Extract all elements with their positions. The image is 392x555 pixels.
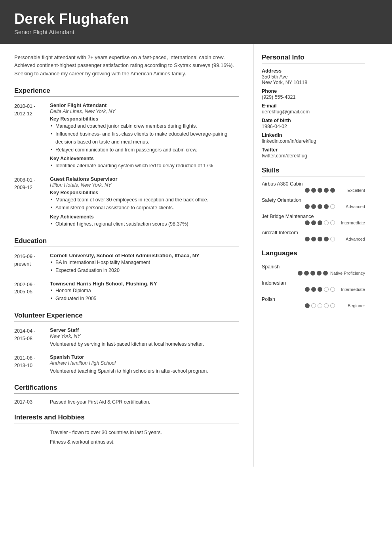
skill-name: Jet Bridge Maintenance (262, 214, 365, 219)
exp1-title: Senior Flight Attendant (50, 102, 239, 108)
exp2-content: Guest Relations Supervisor Hilton Hotels… (50, 176, 239, 228)
skill-level: Intermediate (337, 220, 365, 225)
skill-level: Advanced (337, 237, 365, 241)
skill-dot (311, 237, 316, 241)
vol1-subtitle: New York, NY (50, 333, 239, 339)
exp1-resp-heading: Key Responsibilities (50, 116, 239, 122)
info-value: 350 5th AveNew York, NY 10118 (262, 74, 365, 85)
list-item: Expected Graduation in 2020 (50, 267, 239, 274)
skill-dots (305, 188, 335, 193)
exp2-subtitle: Hilton Hotels, New York, NY (50, 182, 239, 188)
volunteer-entry-1: 2014-04 - 2015-08 Server Staff New York,… (14, 327, 239, 348)
vol2-dates: 2011-08 - 2013-10 (14, 354, 50, 375)
skill-dot (318, 220, 322, 225)
language-dot (305, 287, 310, 292)
language-dot (324, 287, 329, 292)
skill-bar-row: Advanced (262, 237, 365, 241)
experience-section: Experience 2010-01 - 2012-12 Senior Flig… (14, 87, 239, 228)
language-dot (318, 303, 322, 308)
header: Derek Flughafen Senior Flight Attendant (0, 0, 392, 44)
skill-item: Safety OrientationAdvanced (262, 197, 365, 209)
experience-entry-1: 2010-01 - 2012-12 Senior Flight Attendan… (14, 102, 239, 170)
cert1-text: Passed five-year First Aid & CPR certifi… (50, 399, 239, 405)
summary-text: Personable flight attendant with 2+ year… (14, 54, 239, 78)
certifications-section: Certifications 2017-03 Passed five-year … (14, 384, 239, 405)
language-dots (305, 287, 335, 292)
interest-2: Fitness & workout enthusiast. (14, 438, 239, 446)
skill-dot (318, 237, 322, 241)
list-item: BA in International Hospitality Manageme… (50, 259, 239, 266)
skill-bar-row: Intermediate (262, 220, 365, 225)
info-value: derekflug@gmail.com (262, 109, 365, 115)
skill-dot (330, 204, 335, 209)
skill-dots (305, 237, 335, 241)
language-bar-row: Intermediate (262, 287, 365, 292)
interests-section: Interests and Hobbies Traveler - flown t… (14, 413, 239, 446)
skill-dot (324, 204, 329, 209)
languages-list: SpanishNative ProficiencyIndonesianInter… (262, 264, 365, 308)
skill-name: Airbus A380 Cabin (262, 181, 365, 187)
left-column: Personable flight attendant with 2+ year… (0, 44, 253, 467)
skill-dots (305, 220, 335, 225)
edu1-dates: 2016-09 - present (14, 253, 50, 275)
list-item: Managed team of over 30 employees in rec… (50, 196, 239, 204)
language-level: Intermediate (337, 287, 365, 292)
vol1-dates: 2014-04 - 2015-08 (14, 327, 50, 348)
edu1-title: Cornell University, School of Hotel Admi… (50, 253, 239, 258)
language-level: Beginner (337, 303, 365, 308)
volunteer-entry-2: 2011-08 - 2013-10 Spanish Tutor Andrew H… (14, 354, 239, 375)
skill-bar-row: Advanced (262, 204, 365, 209)
exp1-achievements: Identified alternate boarding system whi… (50, 162, 239, 170)
skill-dot (305, 188, 310, 193)
education-entry-2: 2002-09 - 2005-05 Townsend Harris High S… (14, 281, 239, 303)
language-name: Spanish (262, 264, 365, 270)
languages-heading: Languages (262, 249, 365, 259)
info-label: Twitter (262, 147, 365, 153)
exp1-subtitle: Delta Air Lines, New York, NY (50, 109, 239, 114)
cert1-date: 2017-03 (14, 399, 50, 405)
info-value: 1986-04-02 (262, 124, 365, 129)
skills-list: Airbus A380 CabinExcellentSafety Orienta… (262, 181, 365, 241)
vol2-content: Spanish Tutor Andrew Hamilton High Schoo… (50, 354, 239, 375)
language-item: IndonesianIntermediate (262, 280, 365, 292)
info-label: Date of birth (262, 118, 365, 123)
edu2-title: Townsend Harris High School, Flushing, N… (50, 281, 239, 287)
exp2-dates: 2008-01 - 2009-12 (14, 176, 50, 228)
language-dot (311, 287, 316, 292)
vol2-subtitle: Andrew Hamilton High School (50, 360, 239, 366)
language-dot (318, 287, 322, 292)
interests-heading: Interests and Hobbies (14, 413, 239, 423)
volunteer-section: Volunteer Experience 2014-04 - 2015-08 S… (14, 312, 239, 375)
skill-dot (311, 188, 316, 193)
body-content: Personable flight attendant with 2+ year… (0, 44, 392, 467)
list-item: Identified alternate boarding system whi… (50, 162, 239, 170)
edu1-items: BA in International Hospitality Manageme… (50, 259, 239, 275)
language-dot (323, 271, 328, 276)
skill-dot (305, 237, 310, 241)
language-dot (298, 271, 303, 276)
exp2-responsibilities: Managed team of over 30 employees in rec… (50, 196, 239, 212)
language-dot (304, 271, 309, 276)
skill-name: Aircraft Intercom (262, 230, 365, 235)
language-dots (305, 303, 335, 308)
language-dot (305, 303, 310, 308)
language-dot (330, 287, 335, 292)
list-item: Graduated in 2005 (50, 295, 239, 302)
skill-dot (330, 237, 335, 241)
exp2-resp-heading: Key Responsibilities (50, 190, 239, 195)
language-dot (311, 303, 316, 308)
skills-section: Skills Airbus A380 CabinExcellentSafety … (262, 166, 365, 241)
info-label: Phone (262, 88, 365, 94)
vol2-title: Spanish Tutor (50, 354, 239, 360)
exp1-content: Senior Flight Attendant Delta Air Lines,… (50, 102, 239, 170)
list-item: Influenced business- and first-class cli… (50, 130, 239, 146)
language-bar-row: Native Proficiency (262, 271, 365, 276)
volunteer-heading: Volunteer Experience (14, 312, 239, 322)
edu2-content: Townsend Harris High School, Flushing, N… (50, 281, 239, 303)
language-dot (310, 271, 315, 276)
exp1-dates: 2010-01 - 2012-12 (14, 102, 50, 170)
skill-level: Advanced (337, 204, 365, 209)
info-value: (929) 555-4321 (262, 94, 365, 100)
personal-info-section: Personal Info Address350 5th AveNew York… (262, 54, 365, 159)
skills-heading: Skills (262, 166, 365, 176)
